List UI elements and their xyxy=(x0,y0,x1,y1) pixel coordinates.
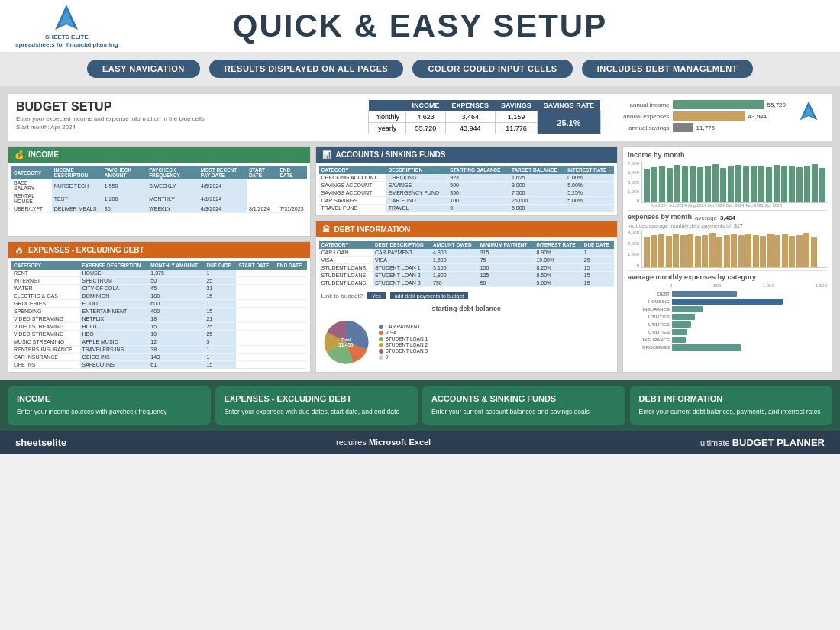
nav-color-coded[interactable]: COLOR CODED INPUT CELLS xyxy=(412,60,572,78)
horiz-bar-row: INSURANCE xyxy=(628,337,827,343)
horiz-bar-fill xyxy=(672,329,687,335)
chart-divider-1 xyxy=(628,210,827,211)
monthly-income: 4,623 xyxy=(405,111,445,123)
pie-area: Total 11,450 CAR PAYMENT VISA xyxy=(319,315,615,369)
info-card: ACCOUNTS & SINKING FUNDSEnter your curre… xyxy=(422,386,625,425)
legend-car: CAR PAYMENT xyxy=(379,324,428,329)
income-col-freq: PAYCHECK FREQUENCY xyxy=(147,166,199,179)
horiz-bar-fill xyxy=(672,299,783,305)
income-bar-chart xyxy=(641,161,827,203)
footer-center: requires Microsoft Excel xyxy=(336,438,431,447)
income-x-labels: Apr 2024Jun 2024Aug 2024Oct 2024Dec 2024… xyxy=(651,203,827,208)
expense-row: SPENDINGENTERTAINMENT40015 xyxy=(11,308,307,315)
horiz-bar-label: DEBT xyxy=(628,292,670,296)
pie-chart: Total 11,450 xyxy=(319,315,373,369)
horiz-bar-row: UTILITIES xyxy=(628,329,827,335)
debt-row: STUDENT LOANSSTUDENT LOAN 21,8001258.50%… xyxy=(319,272,615,279)
expenses-panel: 🏠 EXPENSES - EXCLUDING DEBT CATEGORY EXP… xyxy=(8,241,311,373)
horiz-bar-label: UTILITIES xyxy=(628,315,670,319)
horiz-bar-row: HOUSING xyxy=(628,299,827,305)
savings-rate: 25.1% xyxy=(538,111,600,134)
debt-col-cat: CATEGORY xyxy=(319,241,373,249)
legend-sl3: STUDENT LOAN 3 xyxy=(379,348,428,354)
monthly-expenses: 3,464 xyxy=(445,111,495,123)
nav-results-displayed[interactable]: RESULTS DISPLAYED ON ALL PAGES xyxy=(209,60,404,78)
logo-subtext: spreadsheets for financial planning xyxy=(15,41,118,49)
middle-left: 💰 INCOME CATEGORY INCOME DESCRIPTION PAY… xyxy=(8,146,311,373)
income-chart-bar xyxy=(766,167,772,202)
horiz-bar-row: GROCERIES xyxy=(628,344,827,351)
debt-col-rate: INTEREST RATE xyxy=(534,241,581,249)
row-monthly-label: monthly xyxy=(369,111,406,123)
exp-col-start: START DATE xyxy=(236,261,274,270)
income-chart-bar xyxy=(705,166,711,202)
middle-row: 💰 INCOME CATEGORY INCOME DESCRIPTION PAY… xyxy=(8,146,832,373)
expense-chart-bar xyxy=(695,236,701,267)
link-budget-row: Link to budget? Yes add debt payments to… xyxy=(319,290,615,302)
legend-label-car: CAR PAYMENT xyxy=(386,324,421,329)
account-row: CAR SAVINGSCAR FUND10025,0005.00% xyxy=(319,197,615,205)
expense-chart-bar xyxy=(731,234,737,267)
expenses-title: EXPENSES - EXCLUDING DEBT xyxy=(28,246,144,254)
nav-debt-management[interactable]: INCLUDES DEBT MANAGEMENT xyxy=(582,60,753,78)
income-bar-fill xyxy=(673,100,764,109)
logo: SHEETS ELITE spreadsheets for financial … xyxy=(15,3,118,48)
debt-row: CAR LOANCAR PAYMENT4,3003158.90%1 xyxy=(319,249,615,257)
expense-chart-bar xyxy=(724,235,730,268)
debt-panel: 🏛 DEBT INFORMATION CATEGORY DEBT DESCRIP… xyxy=(315,221,619,373)
expense-chart-bar xyxy=(803,233,809,267)
info-card-body: Enter your current account balances and … xyxy=(431,407,616,417)
svg-text:Total: Total xyxy=(341,338,351,342)
info-card-body: Enter your expenses with due dates, star… xyxy=(225,407,409,417)
income-row: RENTAL HOUSETEST1,200MONTHLY4/1/2024 xyxy=(11,192,307,205)
income-col-start: START DATE xyxy=(247,166,278,179)
debt-col-due: DUE DATE xyxy=(582,241,614,249)
footer-center-pre: requires xyxy=(336,438,369,447)
income-y-labels: 7,000 5,000 3,000 1,000 0 xyxy=(628,161,641,203)
expense-row: CAR INSURANCEGEICO INS1431 xyxy=(11,354,307,361)
horiz-bar-fill xyxy=(672,306,703,312)
info-card: DEBT INFORMATIONEnter your current debt … xyxy=(630,386,833,425)
income-header: 💰 INCOME xyxy=(8,147,310,163)
income-chart-bar xyxy=(667,168,673,202)
info-card: INCOMEEnter your income sources with pay… xyxy=(8,386,211,425)
income-icon: 💰 xyxy=(15,150,24,159)
expenses-header: 🏠 EXPENSES - EXCLUDING DEBT xyxy=(8,242,310,258)
expense-chart-bar xyxy=(673,234,679,267)
expense-chart-bar xyxy=(680,235,687,267)
nav-easy-navigation[interactable]: EASY NAVIGATION xyxy=(87,60,200,78)
debt-row: STUDENT LOANSSTUDENT LOAN 3750509.00%15 xyxy=(319,279,615,287)
middle-right: 📊 ACCOUNTS / SINKING FUNDS CATEGORY DESC… xyxy=(315,146,619,373)
footer: sheetselite requires Microsoft Excel ult… xyxy=(0,431,840,454)
account-row: CHECKING ACCOUNTCHECKING9231,6250.00% xyxy=(319,174,615,182)
income-chart-bar xyxy=(774,165,780,202)
horiz-bar-label: GROCERIES xyxy=(628,345,670,350)
debt-title: DEBT INFORMATION xyxy=(334,225,411,234)
legend-dot-sl2 xyxy=(379,343,383,347)
income-chart-bar xyxy=(743,166,749,202)
info-card-body: Enter your income sources with paycheck … xyxy=(17,407,202,417)
income-chart-bar xyxy=(796,167,803,202)
expense-chart-bar xyxy=(760,236,766,267)
expense-chart-bar xyxy=(644,237,650,267)
income-chart-bar xyxy=(712,164,719,202)
expenses-chart-area: 4,000 2,000 1,000 0 xyxy=(628,230,827,268)
income-col-end: END DATE xyxy=(277,166,306,179)
income-title: INCOME xyxy=(28,150,59,159)
expense-chart-bar xyxy=(709,233,716,267)
col-header-blank xyxy=(369,100,406,111)
debt-row: STUDENT LOANSSTUDENT LOAN 13,1001508.25%… xyxy=(319,264,615,272)
income-chart-title: income by month xyxy=(628,151,827,159)
horiz-bar-label: INSURANCE xyxy=(628,338,670,342)
account-row: SAVINGS ACCOUNTEMERGENCY FUND3507,5005.2… xyxy=(319,189,615,197)
horiz-bar-row: DEBT xyxy=(628,291,827,297)
horiz-bar-label: UTILITIES xyxy=(628,322,670,327)
budget-setup-title: BUDGET SETUP xyxy=(16,100,360,114)
legend-dot-visa xyxy=(379,331,383,335)
expense-chart-bar xyxy=(811,237,817,267)
income-row: BASE SALARYNURSE TECH1,550BIWEEKLY4/5/20… xyxy=(11,179,307,192)
legend-label-sl1: STUDENT LOAN 1 xyxy=(386,336,428,341)
exp-col-amount: MONTHLY AMOUNT xyxy=(148,261,204,270)
avg-expenses-title: average monthly expenses by category xyxy=(628,273,827,281)
income-col-desc: INCOME DESCRIPTION xyxy=(52,166,102,179)
